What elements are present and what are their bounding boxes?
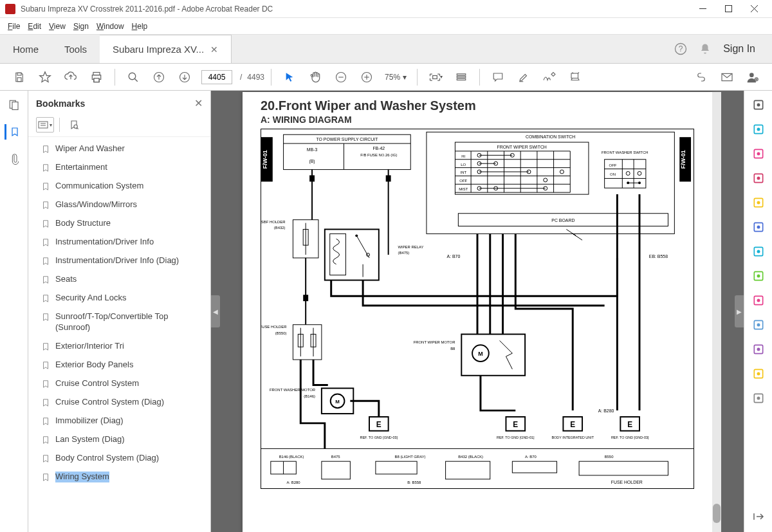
bookmarks-icon[interactable] xyxy=(5,124,22,140)
create-tool-icon[interactable] xyxy=(751,122,766,137)
compare-tool-icon[interactable] xyxy=(751,244,766,259)
cloud-upload-icon[interactable] xyxy=(59,66,82,89)
bookmark-item[interactable]: Lan System (Diag) xyxy=(28,430,210,449)
email-icon[interactable] xyxy=(715,66,739,89)
fill-tool-icon[interactable] xyxy=(751,342,766,357)
cursor-icon[interactable] xyxy=(278,66,301,89)
find-icon[interactable] xyxy=(122,66,145,89)
bookmark-icon xyxy=(41,256,50,266)
bell-icon[interactable] xyxy=(699,42,712,55)
measure-tool-icon[interactable] xyxy=(751,268,766,284)
save-icon[interactable] xyxy=(8,66,31,89)
svg-point-173 xyxy=(757,152,760,156)
bookmark-item[interactable]: Seats xyxy=(28,270,210,289)
help-icon[interactable]: ? xyxy=(674,42,687,55)
bookmark-item[interactable]: Communication System xyxy=(28,177,210,196)
bookmarks-close-icon[interactable]: ✕ xyxy=(194,97,203,109)
next-page-icon[interactable] xyxy=(173,66,196,89)
bookmark-item[interactable]: Wiper And Washer xyxy=(28,140,210,158)
bookmark-item[interactable]: Security And Locks xyxy=(28,289,210,307)
bookmark-icon xyxy=(41,144,50,154)
bookmark-item[interactable]: Exterior/Interior Tri xyxy=(28,337,210,356)
bookmark-item[interactable]: Exterior Body Panels xyxy=(28,356,210,374)
sign-in-button[interactable]: Sign In xyxy=(723,43,755,55)
svg-text:FRONT WIPER SWITCH: FRONT WIPER SWITCH xyxy=(497,145,546,149)
zoom-dropdown[interactable]: 75%▾ xyxy=(381,73,410,82)
bookmark-icon xyxy=(41,275,50,285)
bookmark-item[interactable]: Cruise Control System (Diag) xyxy=(28,393,210,412)
close-window-button[interactable] xyxy=(741,0,767,18)
zoom-out-icon[interactable] xyxy=(329,66,353,89)
organize-tool-icon[interactable] xyxy=(751,146,766,161)
bookmark-icon xyxy=(41,379,50,389)
pdf-page: 20.Front Wiper and Washer System A: WIRI… xyxy=(243,92,712,532)
sign-icon[interactable] xyxy=(538,66,561,89)
menu-help[interactable]: Help xyxy=(128,22,152,31)
protect-tool-icon[interactable] xyxy=(751,317,766,333)
fit-width-icon[interactable]: ▾ xyxy=(424,66,447,89)
search-tool-icon[interactable] xyxy=(751,97,766,113)
stamp-icon[interactable] xyxy=(564,66,587,89)
svg-rect-156 xyxy=(322,461,350,479)
bookmark-item[interactable]: Instrumentation/Driver Info xyxy=(28,233,210,252)
collapse-left-button[interactable]: ◀ xyxy=(211,295,220,327)
maximize-button[interactable] xyxy=(715,0,741,18)
expand-rail-icon[interactable] xyxy=(751,509,766,524)
attach-link-icon[interactable] xyxy=(690,66,713,89)
tab-home[interactable]: Home xyxy=(0,35,51,63)
prev-page-icon[interactable] xyxy=(147,66,170,89)
send-tool-icon[interactable] xyxy=(751,219,766,235)
comment-icon[interactable] xyxy=(486,66,510,89)
bookmarks-options-button[interactable]: ▾ xyxy=(36,117,54,133)
page-separator: / xyxy=(240,73,242,82)
svg-text:M: M xyxy=(478,351,482,357)
svg-point-94 xyxy=(638,172,641,176)
attachments-icon[interactable] xyxy=(6,151,22,167)
page-display-icon[interactable] xyxy=(450,66,473,89)
share-user-icon[interactable] xyxy=(741,66,764,89)
find-bookmark-button[interactable] xyxy=(65,117,83,133)
menu-view[interactable]: View xyxy=(45,22,69,31)
bookmark-item[interactable]: Wiring System xyxy=(28,468,210,486)
bookmark-item[interactable]: Entertainment xyxy=(28,158,210,177)
tab-tools[interactable]: Tools xyxy=(51,35,100,63)
svg-line-11 xyxy=(134,78,138,82)
bookmarks-list[interactable]: Wiper And WasherEntertainmentCommunicati… xyxy=(28,137,210,532)
page-number-input[interactable] xyxy=(201,70,232,84)
more-tool-icon[interactable] xyxy=(751,390,766,406)
tab-close-icon[interactable]: ✕ xyxy=(210,44,218,55)
optimize-tool-icon[interactable] xyxy=(751,366,766,381)
redact-tool-icon[interactable] xyxy=(751,293,766,308)
export-tool-icon[interactable] xyxy=(751,170,766,186)
svg-point-25 xyxy=(749,73,754,77)
svg-text:FB-42: FB-42 xyxy=(372,146,385,151)
page-heading: 20.Front Wiper and Washer System xyxy=(261,98,694,113)
bookmark-item[interactable]: Body Structure xyxy=(28,214,210,233)
bookmark-item[interactable]: Body Control System (Diag) xyxy=(28,449,210,468)
bookmark-item[interactable]: Cruise Control System xyxy=(28,374,210,393)
hand-icon[interactable] xyxy=(304,66,327,89)
menu-edit[interactable]: Edit xyxy=(24,22,45,31)
bookmark-label: Security And Locks xyxy=(55,293,127,304)
bookmark-item[interactable]: Sunroof/T-Top/Convertible Top (Sunroof) xyxy=(28,307,210,337)
thumbnails-icon[interactable] xyxy=(6,97,22,113)
zoom-in-icon[interactable] xyxy=(355,66,378,89)
page-scrollbar[interactable] xyxy=(712,92,721,532)
bookmark-item[interactable]: Glass/Window/Mirrors xyxy=(28,196,210,214)
svg-rect-20 xyxy=(457,73,466,75)
bookmark-item[interactable]: Immobilizer (Diag) xyxy=(28,412,210,430)
comment-tool-icon[interactable] xyxy=(751,195,766,210)
bookmark-icon xyxy=(41,219,50,229)
minimize-button[interactable] xyxy=(690,0,715,18)
collapse-right-button[interactable]: ▶ xyxy=(735,295,744,327)
print-icon[interactable] xyxy=(85,66,108,89)
bookmark-label: Entertainment xyxy=(55,162,107,173)
svg-rect-9 xyxy=(94,78,99,82)
menu-file[interactable]: File xyxy=(4,22,24,31)
menu-window[interactable]: Window xyxy=(93,22,128,31)
highlight-icon[interactable] xyxy=(512,66,535,89)
tab-document[interactable]: Subaru Impreza XV... ✕ xyxy=(100,35,232,63)
bookmark-item[interactable]: Instrumentation/Driver Info (Diag) xyxy=(28,252,210,270)
menu-sign[interactable]: Sign xyxy=(69,22,93,31)
star-icon[interactable] xyxy=(33,66,57,89)
